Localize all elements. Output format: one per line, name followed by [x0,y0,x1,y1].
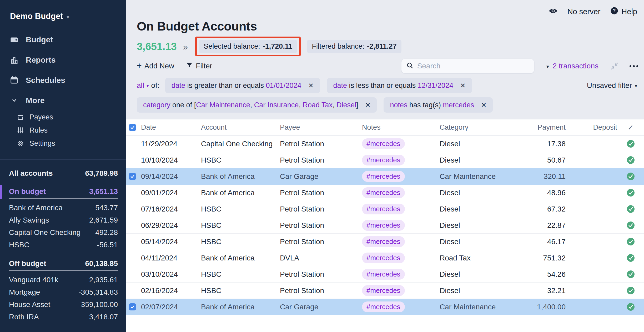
budget-switcher[interactable]: Demo Budget ▾ [0,11,126,22]
cell-date[interactable]: 09/01/2024 [141,189,201,197]
cleared-status-icon[interactable] [617,303,644,311]
search-input[interactable] [417,62,529,70]
transaction-row[interactable]: 10/10/2024 HSBC Petrol Station #mercedes… [126,152,644,168]
note-tag[interactable]: #mercedes [362,138,405,149]
cell-date[interactable]: 05/14/2024 [141,238,201,246]
sidebar-item-reports[interactable]: Reports [0,50,126,70]
cell-payee[interactable]: Petrol Station [280,189,362,197]
column-header-notes[interactable]: Notes [362,123,440,132]
cell-notes[interactable]: #mercedes [362,204,440,214]
cell-account[interactable]: HSBC [201,205,280,213]
cell-date[interactable]: 11/29/2024 [141,140,201,148]
cell-date[interactable]: 02/07/2024 [141,303,201,311]
cell-category[interactable]: Diesel [440,205,526,213]
help-button[interactable]: ? Help [610,7,637,17]
cell-category[interactable]: Car Maintenance [440,303,526,311]
transaction-row[interactable]: 06/29/2024 HSBC Petrol Station #mercedes… [126,217,644,234]
cell-category[interactable]: Diesel [440,238,526,246]
cell-payee[interactable]: Petrol Station [280,221,362,230]
cell-category[interactable]: Diesel [440,140,526,148]
transaction-row[interactable]: 09/01/2024 Bank of America Petrol Statio… [126,185,644,201]
cell-payment[interactable]: 48.96 [526,189,567,197]
close-icon[interactable]: ✕ [308,82,314,89]
sidebar-item-rules[interactable]: Rules [0,124,126,137]
cell-category[interactable]: Road Tax [440,254,526,262]
transaction-row[interactable]: 03/10/2024 HSBC Petrol Station #mercedes… [126,266,644,283]
column-header-payment[interactable]: Payment [526,123,567,132]
cell-payee[interactable]: Petrol Station [280,238,362,246]
cell-account[interactable]: Bank of America [201,189,280,197]
close-icon[interactable]: ✕ [365,101,371,109]
cell-account[interactable]: HSBC [201,238,280,246]
server-status[interactable]: No server [567,7,601,16]
cell-notes[interactable]: #mercedes [362,253,440,263]
cell-date[interactable]: 07/16/2024 [141,205,201,213]
cell-notes[interactable]: #mercedes [362,138,440,149]
cleared-status-icon[interactable] [617,205,644,213]
cell-account[interactable]: Bank of America [201,254,280,262]
note-tag[interactable]: #mercedes [362,155,405,165]
cell-account[interactable]: Bank of America [201,303,280,311]
note-tag[interactable]: #mercedes [362,253,405,263]
filter-button[interactable]: Filter [186,62,212,71]
cell-account[interactable]: HSBC [201,270,280,279]
cleared-status-icon[interactable] [617,254,644,262]
filter-chip[interactable]: date is greater than or equals 01/01/202… [165,78,320,93]
cell-category[interactable]: Diesel [440,221,526,230]
sidebar-account-item[interactable]: Vanguard 401k 2,935.61 [9,274,118,286]
cell-notes[interactable]: #mercedes [362,171,440,182]
sidebar-account-item[interactable]: Ally Savings 2,671.59 [9,214,118,226]
cleared-status-icon[interactable] [617,221,644,229]
row-checkbox[interactable] [129,173,136,180]
filter-chip[interactable]: category one of [Car Maintenance, Car In… [137,97,377,113]
cell-account[interactable]: HSBC [201,221,280,230]
cleared-status-icon[interactable] [617,286,644,295]
transactions-count-toggle[interactable]: ▾ 2 transactions [546,62,598,70]
more-menu-icon[interactable] [630,65,638,67]
cell-payment[interactable]: 1,400.00 [526,303,567,311]
note-tag[interactable]: #mercedes [362,187,405,198]
sidebar-item-on-budget[interactable]: On budget 3,651.13 [9,187,118,199]
filter-chip[interactable]: date is less than or equals 12/31/2024 ✕ [327,78,472,93]
cell-notes[interactable]: #mercedes [362,236,440,247]
note-tag[interactable]: #mercedes [362,220,405,231]
cleared-status-icon[interactable] [617,172,644,180]
column-header-date[interactable]: Date [141,123,201,132]
cell-payee[interactable]: Petrol Station [280,156,362,164]
cell-account[interactable]: HSBC [201,156,280,164]
cell-payment[interactable]: 46.17 [526,238,567,246]
cleared-status-icon[interactable] [617,140,644,148]
column-header-category[interactable]: Category [440,123,526,132]
cell-payee[interactable]: Car Garage [280,172,362,181]
cell-payment[interactable]: 32.21 [526,286,567,295]
cell-notes[interactable]: #mercedes [362,220,440,231]
cell-payee[interactable]: Car Garage [280,303,362,311]
sidebar-item-off-budget[interactable]: Off budget 60,138.85 [9,259,118,271]
cell-account[interactable]: Bank of America [201,172,280,181]
transaction-row[interactable]: 05/14/2024 HSBC Petrol Station #mercedes… [126,234,644,250]
transaction-row[interactable]: 07/16/2024 HSBC Petrol Station #mercedes… [126,201,644,217]
cleared-status-icon[interactable] [617,156,644,164]
cell-category[interactable]: Diesel [440,189,526,197]
cell-category[interactable]: Diesel [440,286,526,295]
note-tag[interactable]: #mercedes [362,204,405,214]
sidebar-account-item[interactable]: Capital One Checking 492.28 [9,226,118,239]
cell-payment[interactable]: 320.11 [526,172,567,181]
sidebar-item-budget[interactable]: Budget [0,29,126,50]
unsaved-filter-menu[interactable]: Unsaved filter ▾ [587,81,638,90]
cell-date[interactable]: 09/14/2024 [141,172,201,181]
row-checkbox[interactable] [129,303,136,310]
cell-notes[interactable]: #mercedes [362,285,440,296]
collapse-transactions-icon[interactable] [610,62,619,71]
sidebar-account-item[interactable]: Bank of America 543.77 [9,202,118,214]
note-tag[interactable]: #mercedes [362,301,405,312]
transaction-row[interactable]: 09/14/2024 Bank of America Car Garage #m… [126,168,644,185]
cell-payee[interactable]: Petrol Station [280,286,362,295]
cell-category[interactable]: Diesel [440,156,526,164]
column-header-deposit[interactable]: Deposit [567,123,617,132]
sidebar-item-more[interactable]: More [0,90,126,110]
cell-category[interactable]: Car Maintenance [440,172,526,181]
note-tag[interactable]: #mercedes [362,171,405,182]
cell-notes[interactable]: #mercedes [362,269,440,280]
cell-payee[interactable]: Petrol Station [280,270,362,279]
